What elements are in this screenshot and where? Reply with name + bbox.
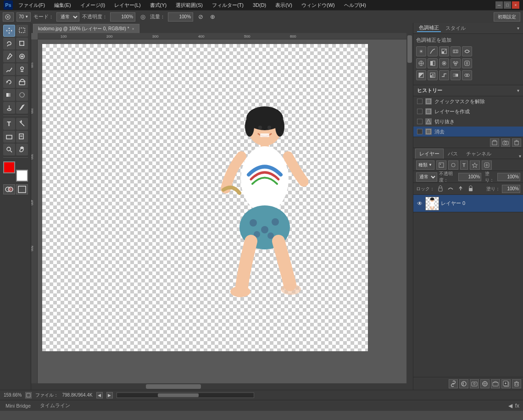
- menu-3d[interactable]: 3D(D): [249, 1, 270, 9]
- fx-icon[interactable]: fx: [515, 403, 519, 409]
- canvas-container[interactable]: 100 200 300 400 500 600 100 200 300 400 …: [31, 33, 413, 390]
- move-tool[interactable]: [3, 25, 15, 37]
- history-panel-header[interactable]: ヒストリー ▾: [413, 85, 523, 96]
- gradient-tool[interactable]: [3, 89, 15, 101]
- canvas-vertical-scrollbar[interactable]: [406, 33, 413, 383]
- crop-tool[interactable]: [16, 38, 28, 50]
- adjustments-panel-header[interactable]: 色調補正 スタイル ▾: [413, 23, 523, 34]
- channels-tab[interactable]: チャンネル: [462, 149, 495, 159]
- maximize-button[interactable]: □: [504, 1, 511, 9]
- mini-bridge-tab[interactable]: Mini Bridge: [4, 402, 33, 409]
- history-collapse-btn[interactable]: ▾: [517, 88, 519, 93]
- filter-kind-btn[interactable]: 種類 ▼: [416, 160, 434, 170]
- adj-posterize-icon[interactable]: [428, 70, 438, 80]
- lock-pixels-btn[interactable]: [446, 185, 455, 193]
- adj-vibrance-icon[interactable]: [451, 46, 461, 56]
- brush-shape-btn[interactable]: [3, 12, 14, 22]
- zoom-tool[interactable]: [3, 144, 15, 155]
- lock-position-btn[interactable]: [456, 185, 465, 193]
- selection-tool[interactable]: [16, 25, 28, 37]
- filter-smart-btn[interactable]: [482, 160, 492, 170]
- arrow-left-icon[interactable]: ◀: [508, 403, 512, 409]
- opacity-row-input[interactable]: [458, 173, 481, 181]
- shape-tool[interactable]: [3, 131, 15, 143]
- adjustments-tab[interactable]: 色調補正: [417, 24, 441, 32]
- lock-all-btn[interactable]: [467, 185, 475, 193]
- menu-file[interactable]: ファイル(F): [15, 1, 49, 10]
- adjustments-collapse-btn[interactable]: ▾: [517, 26, 519, 31]
- menu-help[interactable]: ヘルプ(H): [340, 1, 370, 10]
- nav-right-btn[interactable]: ▶: [106, 392, 113, 398]
- layer-adjustment-btn[interactable]: [480, 379, 490, 388]
- adj-exposure-icon[interactable]: [439, 46, 449, 56]
- layers-tab[interactable]: レイヤー: [415, 149, 444, 159]
- background-color-swatch[interactable]: [16, 170, 28, 182]
- adj-selective-color-icon[interactable]: [462, 70, 472, 80]
- styles-tab[interactable]: スタイル: [444, 25, 467, 32]
- adj-curves-icon[interactable]: [428, 46, 438, 56]
- lasso-tool[interactable]: [3, 38, 15, 50]
- filter-adjust-btn[interactable]: [448, 160, 458, 170]
- menu-type[interactable]: 書式(Y): [146, 1, 171, 10]
- history-item-3[interactable]: 切り抜き: [413, 116, 523, 127]
- screen-mode-btn[interactable]: [16, 184, 28, 194]
- canvas-document[interactable]: [42, 44, 368, 351]
- layer-mask-btn[interactable]: [470, 379, 479, 388]
- scroll-thumb-horizontal[interactable]: [146, 384, 201, 389]
- fill-input[interactable]: [497, 173, 520, 181]
- history-delete-btn[interactable]: [512, 138, 521, 147]
- adj-colorbalance-icon[interactable]: [416, 58, 426, 68]
- quick-mask-btn[interactable]: [3, 184, 15, 194]
- history-snapshot-btn[interactable]: [490, 138, 499, 147]
- layers-panel-collapse[interactable]: ▾: [519, 154, 521, 159]
- layer-visibility-0[interactable]: 👁: [416, 200, 423, 207]
- history-camera-btn[interactable]: [501, 138, 510, 147]
- history-item-1[interactable]: クイックマスクを解除: [413, 96, 523, 106]
- flow-icon[interactable]: ⊘: [196, 12, 205, 22]
- eyedropper-tool[interactable]: [3, 50, 15, 62]
- fill-inline-input[interactable]: [502, 185, 520, 193]
- history-item-2[interactable]: レイヤーを作成: [413, 106, 523, 116]
- brush-size-btn[interactable]: 70 ▼: [17, 12, 31, 22]
- menu-view[interactable]: 表示(V): [272, 1, 296, 10]
- adj-threshold-icon[interactable]: [439, 70, 449, 80]
- flow-input[interactable]: [168, 12, 193, 22]
- adj-gradient-map-icon[interactable]: [451, 70, 461, 80]
- adj-invert-icon[interactable]: [416, 70, 426, 80]
- status-scrollbar[interactable]: [117, 392, 254, 398]
- layer-new-btn[interactable]: [501, 379, 511, 388]
- blend-mode-select[interactable]: 通常: [416, 172, 437, 182]
- history-item-4[interactable]: 消去: [413, 127, 523, 137]
- menu-image[interactable]: イメージ(I): [77, 1, 109, 10]
- blur-tool[interactable]: [16, 89, 28, 101]
- menu-edit[interactable]: 編集(E): [50, 1, 75, 10]
- timeline-tab[interactable]: タイムライン: [38, 401, 72, 410]
- tab-close-btn[interactable]: ×: [132, 27, 134, 31]
- nav-left-btn[interactable]: ◀: [96, 392, 103, 398]
- stamp-tool[interactable]: [16, 63, 28, 75]
- adj-brightness-icon[interactable]: ☀: [416, 46, 426, 56]
- pen-tool[interactable]: [16, 102, 28, 114]
- menu-select[interactable]: 選択範囲(S): [172, 1, 206, 10]
- close-button[interactable]: ×: [512, 1, 519, 9]
- adj-photo-filter-icon[interactable]: [439, 58, 449, 68]
- initial-settings-btn[interactable]: 初期設定: [494, 12, 520, 22]
- layer-group-btn[interactable]: [491, 379, 500, 388]
- paths-tab[interactable]: パス: [444, 149, 462, 159]
- note-tool[interactable]: [16, 131, 28, 143]
- menu-window[interactable]: ウィンドウ(W): [298, 1, 339, 10]
- eraser-tool[interactable]: [16, 76, 28, 88]
- filter-pixel-btn[interactable]: [436, 160, 446, 170]
- layer-row-0[interactable]: 👁 レイヤー 0: [413, 195, 523, 212]
- document-tab[interactable]: kodomo.jpg @ 160% (レイヤー 0, RGB/8#) * ×: [33, 24, 139, 33]
- canvas-horizontal-scrollbar[interactable]: [31, 383, 406, 390]
- type-tool[interactable]: T: [3, 118, 15, 130]
- menu-filter[interactable]: フィルター(T): [208, 1, 247, 10]
- layer-delete-btn[interactable]: [512, 379, 521, 388]
- airbrush-btn[interactable]: ◎: [138, 12, 147, 22]
- path-select-tool[interactable]: [16, 118, 28, 130]
- menu-layer[interactable]: レイヤー(L): [111, 1, 144, 10]
- layer-style-btn[interactable]: f: [459, 379, 468, 388]
- mode-select[interactable]: 通常: [56, 12, 79, 22]
- layer-link-btn[interactable]: [449, 379, 458, 388]
